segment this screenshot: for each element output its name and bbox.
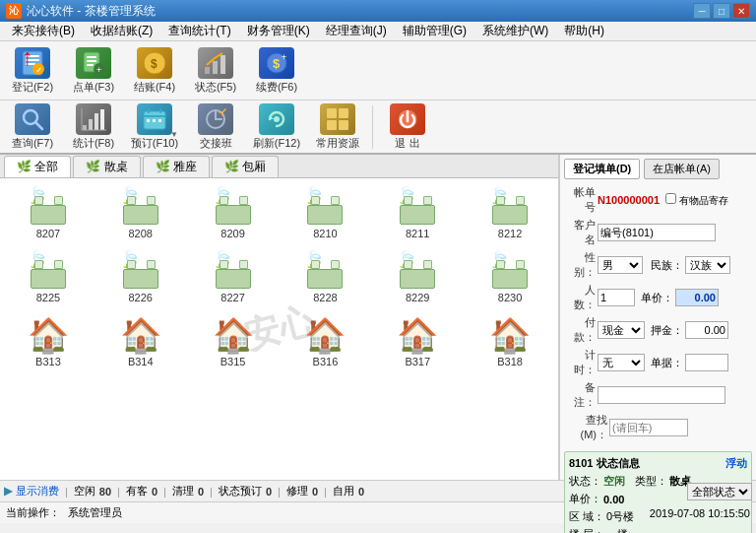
note-input[interactable] bbox=[685, 354, 728, 371]
room-8209[interactable]: 🍃 8209 bbox=[189, 182, 278, 242]
renew-icon: $ + bbox=[259, 47, 294, 79]
room-B316[interactable]: 🏠 B316 bbox=[282, 310, 370, 370]
search-label: 查找(M)： bbox=[564, 413, 607, 442]
room-8228[interactable]: 🍃 8228 bbox=[282, 246, 370, 306]
svg-rect-9 bbox=[87, 64, 94, 66]
menu-system[interactable]: 系统维护(W) bbox=[474, 21, 556, 41]
minimize-button[interactable]: ─ bbox=[693, 3, 711, 19]
room-B314[interactable]: 🏠 B314 bbox=[96, 310, 185, 370]
search-input[interactable] bbox=[609, 419, 688, 436]
window-controls: ─ □ ✕ bbox=[693, 3, 750, 19]
room-8207[interactable]: 🍃 8207 bbox=[4, 182, 93, 242]
clean-count: 0 bbox=[198, 486, 204, 498]
shift-button[interactable]: 交接班 bbox=[187, 100, 244, 154]
right-panel-tabs: 登记填单(D) 在店帐单(A) bbox=[564, 159, 752, 179]
tab-register[interactable]: 登记填单(D) bbox=[564, 159, 640, 179]
menu-query-stat[interactable]: 查询统计(T) bbox=[160, 21, 238, 41]
gender-label: 性别： bbox=[564, 250, 596, 280]
tab-scatter-icon: 🌿 bbox=[86, 160, 100, 173]
refresh-button[interactable]: 刷新(F12) bbox=[248, 100, 305, 154]
timer-label: 计时： bbox=[564, 348, 596, 377]
filter-select[interactable]: 全部状态 空闲 有客 清理 预订 bbox=[687, 483, 752, 500]
room-8230[interactable]: 🍃 8230 bbox=[466, 246, 554, 306]
query-button[interactable]: 查询(F7) bbox=[4, 100, 61, 154]
deposit-input[interactable] bbox=[685, 321, 728, 339]
menu-help[interactable]: 帮助(H) bbox=[556, 21, 612, 41]
room-status-value: 空闲 bbox=[603, 474, 625, 489]
common-label: 常用资源 bbox=[316, 136, 359, 151]
arrow-indicator: ↑ bbox=[22, 43, 33, 71]
tab-all[interactable]: 🌿 全部 bbox=[4, 156, 71, 177]
memo-input[interactable] bbox=[598, 386, 725, 404]
show-consume-btn[interactable]: 显示消费 bbox=[16, 484, 59, 499]
room-8226-label: 8226 bbox=[129, 292, 153, 303]
tab-scatter[interactable]: 🌿 散桌 bbox=[73, 156, 140, 177]
room-8212[interactable]: 🍃 8212 bbox=[466, 182, 554, 242]
tab-elegant[interactable]: 🌿 雅座 bbox=[143, 156, 210, 177]
room-B317[interactable]: 🏠 B317 bbox=[373, 310, 462, 370]
memo-label: 备注： bbox=[564, 380, 596, 410]
free-count: 80 bbox=[99, 486, 111, 498]
menu-manager-query[interactable]: 经理查询(J) bbox=[318, 21, 395, 41]
own-count: 0 bbox=[358, 486, 364, 498]
svg-text:+: + bbox=[96, 65, 101, 75]
svg-rect-25 bbox=[100, 109, 104, 130]
order-button[interactable]: + 点单(F3) bbox=[65, 44, 122, 98]
menu-checkout[interactable]: 收据结账(Z) bbox=[83, 21, 160, 41]
ethnicity-select[interactable]: 汉族其他 bbox=[685, 256, 730, 274]
room-8208[interactable]: 🍃 8208 bbox=[96, 182, 185, 242]
svg-rect-33 bbox=[153, 119, 156, 122]
account-row: 帐单号 N100000001 有物品寄存 bbox=[564, 185, 752, 215]
svg-rect-40 bbox=[327, 120, 337, 130]
stat-icon bbox=[76, 103, 111, 135]
menu-assist[interactable]: 辅助管理(G) bbox=[395, 21, 474, 41]
timer-select[interactable]: 无计时 bbox=[598, 354, 645, 371]
menu-bar: 来宾接待(B) 收据结账(Z) 查询统计(T) 财务管理(K) 经理查询(J) … bbox=[0, 22, 756, 41]
tab-private[interactable]: 🌿 包厢 bbox=[212, 156, 279, 177]
room-8230-label: 8230 bbox=[498, 292, 522, 303]
svg-rect-32 bbox=[147, 119, 150, 122]
unit-price-input[interactable] bbox=[675, 289, 719, 306]
room-B318[interactable]: 🏠 B318 bbox=[466, 310, 554, 370]
expand-icon[interactable]: ▶ bbox=[4, 485, 12, 498]
room-8210[interactable]: 🍃 8210 bbox=[282, 182, 370, 242]
svg-rect-8 bbox=[87, 60, 96, 62]
menu-finance[interactable]: 财务管理(K) bbox=[239, 21, 318, 41]
room-8212-icon: 🍃 bbox=[488, 187, 532, 227]
exit-button[interactable]: 退 出 bbox=[379, 100, 436, 154]
billing-icon: $ bbox=[137, 47, 172, 79]
customer-input[interactable] bbox=[598, 224, 716, 241]
booking-button[interactable]: 预订(F10) ▼ bbox=[126, 100, 183, 154]
room-8227[interactable]: 🍃 8227 bbox=[189, 246, 278, 306]
common-button[interactable]: 常用资源 bbox=[309, 100, 366, 154]
room-8225[interactable]: 🍃 8225 bbox=[4, 246, 93, 306]
tab-elegant-label: 雅座 bbox=[173, 160, 197, 173]
order-label: 点单(F3) bbox=[73, 80, 114, 95]
menu-reception[interactable]: 来宾接待(B) bbox=[4, 21, 83, 41]
count-label: 人数： bbox=[564, 283, 596, 312]
room-B313[interactable]: 🏠 B313 bbox=[4, 310, 93, 370]
room-B315[interactable]: 🏠 B315 bbox=[189, 310, 278, 370]
room-8226[interactable]: 🍃 8226 bbox=[96, 246, 185, 306]
close-button[interactable]: ✕ bbox=[732, 3, 750, 19]
billing-button[interactable]: $ 结账(F4) bbox=[126, 44, 183, 98]
ethnicity-label: 民族： bbox=[651, 258, 683, 273]
float-btn[interactable]: 浮动 bbox=[725, 456, 747, 471]
tab-instore[interactable]: 在店帐单(A) bbox=[644, 159, 720, 179]
maximize-button[interactable]: □ bbox=[713, 3, 730, 19]
maintain-label: 修理 bbox=[286, 484, 308, 499]
svg-point-37 bbox=[274, 116, 280, 122]
title-bar: 沁 沁心软件 - 茶楼管理系统 ─ □ ✕ bbox=[0, 0, 756, 22]
gender-select[interactable]: 男女 bbox=[598, 256, 643, 274]
shift-icon bbox=[198, 103, 233, 135]
stat-button[interactable]: 统计(F8) bbox=[65, 100, 122, 154]
payment-select[interactable]: 现金银行卡支付宝微信 bbox=[598, 321, 645, 339]
count-input[interactable] bbox=[598, 289, 635, 306]
room-grid-wrapper[interactable]: 安心 🍃 8207 🍃 bbox=[0, 178, 558, 480]
room-8211[interactable]: 🍃 8211 bbox=[373, 182, 462, 242]
status-button[interactable]: 状态(F5) bbox=[187, 44, 244, 98]
room-B313-label: B313 bbox=[35, 356, 61, 367]
storage-checkbox[interactable] bbox=[665, 193, 676, 204]
room-8229[interactable]: 🍃 8229 bbox=[373, 246, 462, 306]
renew-button[interactable]: $ + 续费(F6) bbox=[248, 44, 305, 98]
